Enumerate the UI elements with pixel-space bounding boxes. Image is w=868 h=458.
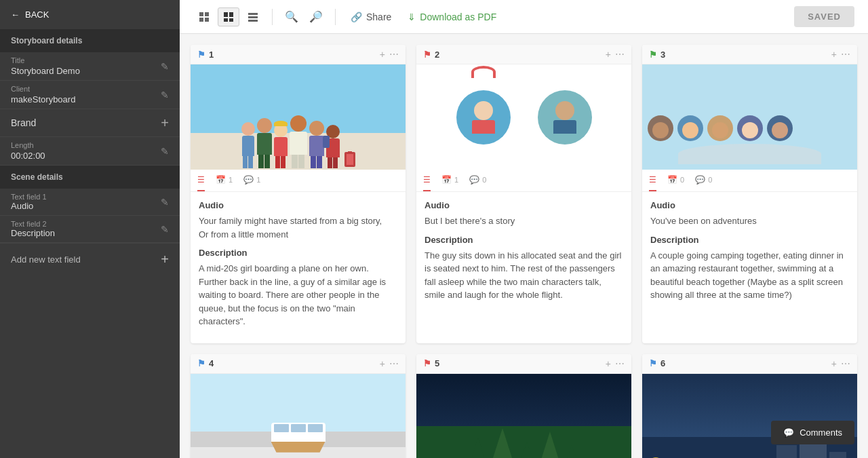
title-value: Storyboard Demo [11,66,80,76]
card-tabs: ☰ 📅 1 💬 1 [191,170,406,192]
zoom-out-button[interactable]: 🔎 [305,7,327,26]
svg-rect-0 [199,12,203,16]
card-add-icon[interactable]: + [606,49,611,60]
card-more-icon[interactable]: ⋯ [615,49,625,60]
audio-label: Audio [199,200,397,210]
add-new-label: Add new text field [11,254,81,265]
comments-button[interactable]: 💬 Comments [771,421,854,444]
share-icon: 🔗 [351,12,362,22]
card-header-actions: + ⋯ [380,49,399,60]
card-header: ⚑ 3 + ⋯ [642,45,857,64]
storyboard-details-header: Storyboard details [0,29,180,52]
card-body: Audio Your family might have started fro… [191,192,406,343]
card-tabs: ☰ 📅 1 💬 0 [416,170,631,192]
cards-area: ⚑ 1 + ⋯ [180,34,868,458]
grid-small-icon [199,12,210,22]
svg-rect-6 [224,18,228,22]
title-row: Title Storyboard Demo ✎ [0,52,180,81]
card-number: ⚑ 1 [197,50,214,60]
card-tab-comment[interactable]: 💬 0 [469,170,486,191]
calendar-count: 1 [229,176,233,184]
card-header: ⚑ 5 + ⋯ [416,354,631,374]
card-body: Audio But I bet there's a story Descript… [416,192,631,317]
card-add-icon[interactable]: + [380,49,385,60]
client-field: Client makeStoryboard [11,85,75,104]
card-tab-comment[interactable]: 💬 0 [695,170,712,191]
calendar-icon: 📅 [667,175,677,185]
comments-label: Comments [800,427,842,438]
card-more-icon[interactable]: ⋯ [841,49,850,60]
card-header-actions: + ⋯ [831,358,850,369]
card-add-icon[interactable]: + [831,358,837,369]
download-button[interactable]: ⇓ Download as PDF [401,8,503,26]
card-tab-calendar[interactable]: 📅 1 [441,170,458,191]
card-header-actions: + ⋯ [380,358,399,369]
card-scene-image [191,374,406,459]
audio-label: Audio [425,200,623,210]
card-header-actions: + ⋯ [831,49,850,60]
card-add-icon[interactable]: + [380,358,385,369]
card-tab-text[interactable]: ☰ [649,170,656,191]
view-grid-small-button[interactable] [193,7,215,26]
view-grid-medium-button[interactable] [218,7,239,26]
brand-row: Brand + [0,109,180,137]
card-more-icon[interactable]: ⋯ [389,49,399,60]
length-row: Length 00:02:00 ✎ [0,137,180,166]
card-flag-icon: ⚑ [649,358,657,368]
textfield1-field: Text field 1 Audio [11,193,47,211]
card-tab-text[interactable]: ☰ [423,170,431,191]
card-flag-icon: ⚑ [197,50,205,60]
card-3: ⚑ 3 + ⋯ [642,45,857,343]
text-icon: ☰ [649,175,656,185]
card-flag-icon: ⚑ [197,358,205,368]
view-list-button[interactable] [242,7,264,26]
card-tab-calendar[interactable]: 📅 1 [216,170,233,191]
zoom-in-button[interactable]: 🔍 [281,7,302,26]
textfield1-edit-icon[interactable]: ✎ [161,197,169,208]
card-header-actions: + ⋯ [606,49,625,60]
share-button[interactable]: 🔗 Share [344,8,398,26]
card-add-icon[interactable]: + [606,358,611,369]
back-button[interactable]: ← BACK [0,0,180,29]
comment-icon: 💬 [469,175,479,185]
svg-rect-9 [248,16,258,18]
card-more-icon[interactable]: ⋯ [615,358,625,369]
brand-add-button[interactable]: + [161,116,169,130]
text-icon: ☰ [423,175,431,185]
card-more-icon[interactable]: ⋯ [389,358,399,369]
card-header: ⚑ 6 + ⋯ [642,354,857,374]
card-add-icon[interactable]: + [831,49,837,60]
textfield2-field: Text field 2 Description [11,220,55,238]
add-new-textfield-row[interactable]: Add new text field + [0,243,180,275]
card-more-icon[interactable]: ⋯ [841,358,850,369]
card-tab-calendar[interactable]: 📅 0 [667,170,684,191]
card-1: ⚑ 1 + ⋯ [191,45,406,343]
card-number: ⚑ 6 [649,358,665,368]
client-row: Client makeStoryboard ✎ [0,81,180,109]
textfield2-edit-icon[interactable]: ✎ [161,224,169,235]
card-4: ⚑ 4 + ⋯ ☰ 📅 [191,354,406,459]
add-new-icon: + [161,252,169,267]
card-tab-text[interactable]: ☰ [197,170,205,191]
textfield1-value: Audio [11,201,47,211]
download-label: Download as PDF [420,12,496,22]
back-arrow-icon: ← [11,9,20,20]
client-edit-icon[interactable]: ✎ [161,90,169,100]
svg-rect-5 [229,12,233,17]
audio-text: You've been on adventures [650,214,849,228]
title-field: Title Storyboard Demo [11,56,80,76]
comment-count: 1 [256,176,260,184]
length-edit-icon[interactable]: ✎ [161,146,169,157]
textfield2-value: Description [11,228,55,238]
svg-rect-2 [199,18,203,22]
comment-icon: 💬 [243,175,254,185]
card-flag-icon: ⚑ [423,50,431,60]
card-number: ⚑ 3 [649,50,665,60]
list-icon [248,12,258,22]
title-edit-icon[interactable]: ✎ [161,61,169,72]
card-tab-comment[interactable]: 💬 1 [243,170,260,191]
main-content: 🔍 🔎 🔗 Share ⇓ Download as PDF SAVED ⚑ 1 … [180,0,868,458]
svg-rect-1 [205,12,209,16]
audio-label: Audio [650,200,849,210]
grid-medium-icon [223,12,234,22]
